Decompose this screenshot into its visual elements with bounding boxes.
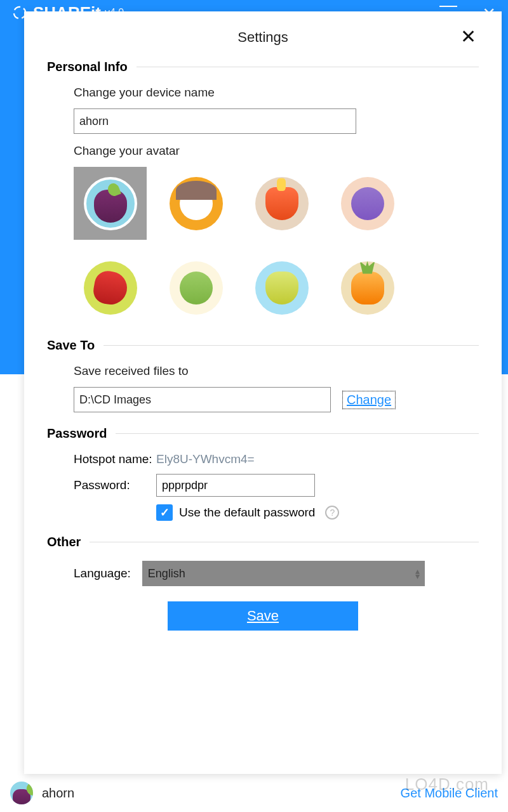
device-name-label: Change your device name	[74, 86, 479, 100]
password-label: Password:	[74, 478, 156, 492]
saveto-label: Save received files to	[74, 364, 479, 378]
bottom-bar: ahorn Get Mobile Client	[0, 778, 508, 808]
divider	[137, 67, 479, 67]
change-path-link[interactable]: Change	[342, 391, 396, 409]
section-title-saveto: Save To	[47, 338, 95, 353]
language-label: Language:	[74, 566, 131, 580]
avatar-option-carrot[interactable]	[245, 167, 318, 240]
settings-title: Settings	[47, 29, 479, 46]
avatar-option-pineapple[interactable]	[331, 251, 404, 324]
saveto-path-input[interactable]	[74, 387, 331, 412]
help-icon[interactable]: ?	[325, 506, 339, 520]
avatar-label: Change your avatar	[74, 144, 479, 158]
device-name-input[interactable]	[74, 108, 356, 134]
password-input[interactable]	[156, 474, 315, 497]
save-button[interactable]: Save	[168, 601, 358, 631]
hotspot-label: Hotspot name:	[74, 452, 156, 466]
default-password-checkbox[interactable]: ✓	[156, 504, 173, 521]
language-select[interactable]	[142, 561, 425, 586]
avatar-option-mushroom[interactable]	[159, 167, 232, 240]
close-icon[interactable]: ✕	[460, 25, 476, 48]
user-avatar-icon[interactable]	[10, 782, 33, 804]
section-title-other: Other	[47, 535, 81, 549]
divider	[104, 345, 479, 346]
avatar-option-grape[interactable]	[331, 167, 404, 240]
default-password-label: Use the default password	[179, 506, 315, 520]
chevron-updown-icon[interactable]: ▴▾	[415, 568, 420, 579]
avatar-option-apple[interactable]	[159, 251, 232, 324]
divider	[90, 542, 479, 542]
avatar-option-eggplant[interactable]	[74, 167, 147, 240]
avatar-option-pear[interactable]	[245, 251, 318, 324]
hotspot-value: Ely8U-YWhvcm4=	[156, 452, 255, 466]
username: ahorn	[42, 786, 74, 801]
mobile-client-link[interactable]: Get Mobile Client	[401, 786, 498, 801]
section-title-password: Password	[47, 426, 107, 441]
divider	[116, 433, 479, 434]
avatar-grid	[74, 167, 479, 324]
avatar-option-pepper[interactable]	[74, 251, 147, 324]
section-title-personal: Personal Info	[47, 60, 128, 74]
settings-panel: Settings ✕ Personal Info Change your dev…	[24, 11, 502, 774]
